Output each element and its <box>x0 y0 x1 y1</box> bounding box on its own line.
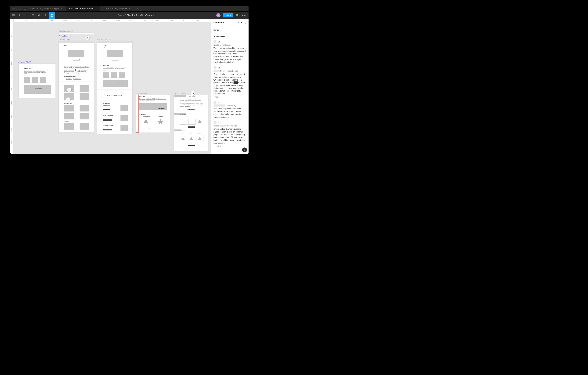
frame-label-gi2[interactable]: Get Involved 2 <box>136 92 148 95</box>
tab-1[interactable]: Civic Landing Page Prototype× <box>27 6 65 11</box>
help-button[interactable]: ? <box>242 147 247 153</box>
move-tool[interactable] <box>17 11 23 19</box>
pen-icon <box>38 14 41 17</box>
comments-filter[interactable]: All ▾ <box>238 22 242 23</box>
titlebar: Civic Landing Page Prototype× Civic Plat… <box>10 6 249 11</box>
tab-3[interactable]: CIVIC Landing Page V3× <box>101 6 134 11</box>
artboard-gi3[interactable]: ABOUT CIVIC This should be medium-length… <box>174 95 208 151</box>
svg-point-3 <box>245 23 246 23</box>
menu-icon <box>12 14 15 17</box>
comment-tool[interactable] <box>49 11 55 19</box>
component-icon <box>18 61 20 63</box>
svg-rect-0 <box>32 15 34 16</box>
traffic-light-max[interactable] <box>19 8 21 10</box>
breadcrumb-current: Civic Platform Wireframe <box>126 14 152 17</box>
ruler-horizontal: 1000 1500 2000 2500 3000 3500 4000 4500 … <box>14 19 211 22</box>
text-tool[interactable] <box>42 11 49 19</box>
ruler-vertical: 0 500 1000 1500 2000 2500 3000 3500 4000 <box>10 22 14 154</box>
frame-icon <box>25 14 28 17</box>
settings-icon[interactable] <box>244 21 246 24</box>
close-icon[interactable]: × <box>129 7 131 10</box>
share-button[interactable]: Share <box>223 13 233 17</box>
comments-list[interactable]: Earlier Active Ideas 13 Noelle, 3 months… <box>211 26 249 154</box>
artboard-gi2[interactable]: ABOUT CIVIC This should be medium-length… <box>136 95 170 132</box>
present-button[interactable] <box>235 13 239 17</box>
tab-label: Civic Landing Page Prototype <box>30 7 59 10</box>
frame-label-top-nav-2[interactable]: Top Navigation 2 <box>59 30 73 33</box>
artboard-about[interactable]: What is CIVIC? This should be medium-len… <box>19 64 55 98</box>
shape-tool[interactable] <box>30 11 36 19</box>
comment-pin-icon <box>213 100 217 104</box>
comment-pin-icon <box>213 120 217 125</box>
comments-section-earlier: Earlier <box>213 29 246 31</box>
traffic-light-close[interactable] <box>12 8 15 10</box>
comment-icon <box>51 14 54 17</box>
avatar[interactable]: N <box>216 13 220 17</box>
canvas[interactable]: About CIVIC What is CIVIC? This should b… <box>14 22 211 154</box>
workspace: 1000 1500 2000 2500 3000 3500 4000 4500 … <box>10 19 249 154</box>
frame-label-landing2[interactable]: Landing Page 2 <box>97 39 111 41</box>
pen-tool[interactable] <box>36 11 42 19</box>
selection-slice <box>136 95 139 132</box>
toolbar: Drafts / Civic Platform Wireframe N Shar… <box>10 11 249 19</box>
breadcrumb-sep: / <box>125 14 126 17</box>
svg-point-2 <box>244 22 245 22</box>
breadcrumb-root: Drafts <box>118 14 124 17</box>
zoom-control[interactable]: 14% <box>241 14 246 16</box>
comment-item[interactable]: 11 ████████ 4 months ago An interesting … <box>213 101 246 119</box>
tab-overview-icon[interactable] <box>24 8 26 10</box>
comment-pin-icon <box>213 40 217 44</box>
play-icon <box>235 13 239 17</box>
new-tab-button[interactable]: + <box>135 7 140 10</box>
artboard-landing[interactable]: CIVIC Purpose statement that onboards us… <box>59 41 94 132</box>
close-icon[interactable]: × <box>61 7 62 10</box>
ruler-corner <box>10 19 14 22</box>
comments-panel: Comments All ▾ Earlier Active Ideas 13 N… <box>211 19 249 154</box>
comments-section-active: Active Ideas <box>213 35 246 38</box>
artboard-landing2[interactable]: CIVIC Purpose statement that onboards us… <box>97 41 132 134</box>
tab-2[interactable]: Civic Platform Wireframe× <box>66 6 100 11</box>
comment-item[interactable]: 2 Noelle, ███ 4 months ago Unlike Option… <box>213 121 246 147</box>
tab-label: CIVIC Landing Page V3 <box>104 7 127 10</box>
traffic-light-min[interactable] <box>16 8 18 10</box>
frame-label-landing[interactable]: Landing Page <box>59 39 71 41</box>
comment-pin-icon <box>213 66 217 70</box>
comments-title: Comments <box>213 22 224 24</box>
breadcrumb[interactable]: Drafts / Civic Platform Wireframe <box>55 14 216 17</box>
menu-button[interactable] <box>10 11 17 19</box>
chevron-down-icon <box>153 15 154 16</box>
tab-label: Civic Platform Wireframe <box>69 7 93 10</box>
frame-label-gi3[interactable]: Get Involved 3 <box>174 92 186 95</box>
component-icon <box>59 35 60 37</box>
cursor-icon <box>19 14 21 17</box>
artboard-top-nav-2[interactable] <box>59 33 94 34</box>
comment-item[interactable]: 12 ████ Noelle, 4 months ago One potenti… <box>213 66 246 98</box>
frame-tool[interactable] <box>23 11 30 19</box>
rectangle-icon <box>32 14 34 17</box>
app-window: Civic Landing Page Prototype× Civic Plat… <box>10 6 249 154</box>
text-icon <box>44 14 47 17</box>
frame-label-top-nav[interactable]: Top Navigation <box>59 35 73 37</box>
comment-pin-10[interactable]: 10 <box>84 35 90 41</box>
frame-label-about[interactable]: About CIVIC <box>19 61 31 63</box>
comment-item[interactable]: 13 Noelle, 3 months ago This is meant to… <box>213 40 246 64</box>
close-icon[interactable]: × <box>95 7 97 10</box>
